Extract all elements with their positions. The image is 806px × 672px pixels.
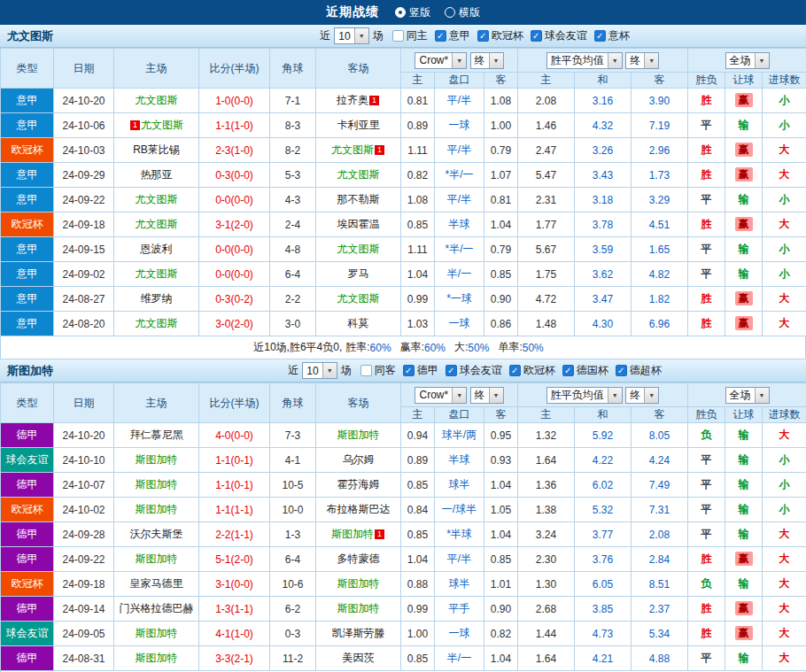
home-team-cell[interactable]: 皇家马德里 bbox=[114, 572, 199, 597]
away-team-cell[interactable]: 斯图加特 bbox=[316, 423, 401, 448]
home-team-cell[interactable]: 门兴格拉德巴赫 bbox=[114, 597, 199, 622]
score-cell[interactable]: 0-0(0-0) bbox=[199, 237, 270, 262]
league-filter-checkbox[interactable]: 球会友谊 bbox=[446, 363, 502, 378]
away-team-cell[interactable]: 斯图加特1 bbox=[316, 522, 401, 547]
league-filter-checkbox[interactable]: 同主 bbox=[392, 28, 428, 43]
away-team-cell[interactable]: 乌尔姆 bbox=[316, 448, 401, 473]
league-filter-checkbox[interactable]: 球会友谊 bbox=[531, 28, 587, 43]
home-team-cell[interactable]: 热那亚 bbox=[114, 163, 199, 188]
away-team-cell[interactable]: 布拉格斯巴达 bbox=[316, 498, 401, 522]
league-filter-checkbox[interactable]: 同客 bbox=[360, 363, 396, 378]
away-team-cell[interactable]: 凯泽斯劳滕 bbox=[316, 622, 401, 646]
score-cell[interactable]: 1-1(1-0) bbox=[199, 113, 270, 138]
away-team-cell[interactable]: 科莫 bbox=[316, 312, 401, 336]
score-cell[interactable]: 3-3(2-1) bbox=[199, 646, 270, 671]
away-team-cell[interactable]: 尤文图斯 bbox=[316, 287, 401, 312]
home-team-cell[interactable]: 斯图加特 bbox=[114, 473, 199, 498]
away-team-cell[interactable]: 尤文图斯 bbox=[316, 163, 401, 188]
away-team-cell[interactable]: 罗马 bbox=[316, 262, 401, 287]
league-filter-checkbox[interactable]: 德国杯 bbox=[562, 363, 608, 378]
score-cell[interactable]: 0-3(0-0) bbox=[199, 163, 270, 188]
away-team-cell[interactable]: 尤文图斯1 bbox=[316, 138, 401, 163]
score-cell[interactable]: 1-1(0-1) bbox=[199, 473, 270, 498]
score-cell[interactable]: 2-2(1-1) bbox=[199, 522, 270, 547]
home-team-cell[interactable]: 1尤文图斯 bbox=[114, 113, 199, 138]
away-team-cell[interactable]: 拉齐奥1 bbox=[316, 89, 401, 113]
home-team-cell[interactable]: 尤文图斯 bbox=[114, 312, 199, 336]
avg-time-select[interactable]: 终▼ bbox=[625, 387, 659, 404]
layout-radio[interactable]: 竖版 bbox=[395, 5, 430, 20]
home-team-cell[interactable]: 斯图加特 bbox=[114, 547, 199, 572]
score-cell[interactable]: 3-1(0-0) bbox=[199, 572, 270, 597]
home-team-cell[interactable]: 斯图加特 bbox=[114, 448, 199, 473]
competition-cell[interactable]: 意甲 bbox=[1, 89, 54, 113]
competition-cell[interactable]: 意甲 bbox=[1, 312, 54, 336]
home-team-cell[interactable]: 拜仁慕尼黑 bbox=[114, 423, 199, 448]
competition-cell[interactable]: 意甲 bbox=[1, 237, 54, 262]
competition-cell[interactable]: 意甲 bbox=[1, 113, 54, 138]
away-team-cell[interactable]: 斯图加特 bbox=[316, 597, 401, 622]
home-team-cell[interactable]: 尤文图斯 bbox=[114, 212, 199, 237]
score-cell[interactable]: 0-0(0-0) bbox=[199, 188, 270, 212]
competition-cell[interactable]: 意甲 bbox=[1, 163, 54, 188]
score-cell[interactable]: 1-1(1-1) bbox=[199, 498, 270, 522]
layout-radio[interactable]: 横版 bbox=[445, 5, 480, 20]
league-filter-checkbox[interactable]: 欧冠杯 bbox=[477, 28, 523, 43]
home-team-cell[interactable]: RB莱比锡 bbox=[114, 138, 199, 163]
avg-odds-select[interactable]: 胜平负均值▼ bbox=[546, 52, 623, 69]
competition-cell[interactable]: 欧冠杯 bbox=[1, 138, 54, 163]
league-filter-checkbox[interactable]: 欧冠杯 bbox=[509, 363, 555, 378]
home-team-cell[interactable]: 斯图加特 bbox=[114, 622, 199, 646]
away-team-cell[interactable]: 尤文图斯 bbox=[316, 237, 401, 262]
home-team-cell[interactable]: 斯图加特 bbox=[114, 498, 199, 522]
competition-cell[interactable]: 德甲 bbox=[1, 473, 54, 498]
home-team-cell[interactable]: 尤文图斯 bbox=[114, 89, 199, 113]
away-team-cell[interactable]: 埃因霍温 bbox=[316, 212, 401, 237]
away-team-cell[interactable]: 霍芬海姆 bbox=[316, 473, 401, 498]
score-cell[interactable]: 3-0(2-0) bbox=[199, 312, 270, 336]
competition-cell[interactable]: 欧冠杯 bbox=[1, 572, 54, 597]
games-count-select[interactable]: 10▼ bbox=[302, 362, 337, 379]
score-cell[interactable]: 1-0(0-0) bbox=[199, 89, 270, 113]
home-team-cell[interactable]: 尤文图斯 bbox=[114, 262, 199, 287]
score-cell[interactable]: 1-3(1-1) bbox=[199, 597, 270, 622]
scope-select[interactable]: 全场▼ bbox=[725, 387, 770, 404]
competition-cell[interactable]: 球会友谊 bbox=[1, 448, 54, 473]
away-team-cell[interactable]: 美因茨 bbox=[316, 646, 401, 671]
away-team-cell[interactable]: 那不勒斯 bbox=[316, 188, 401, 212]
competition-cell[interactable]: 德甲 bbox=[1, 547, 54, 572]
score-cell[interactable]: 4-0(0-0) bbox=[199, 423, 270, 448]
competition-cell[interactable]: 意甲 bbox=[1, 262, 54, 287]
score-cell[interactable]: 0-3(0-2) bbox=[199, 287, 270, 312]
score-cell[interactable]: 3-1(2-0) bbox=[199, 212, 270, 237]
home-team-cell[interactable]: 斯图加特 bbox=[114, 646, 199, 671]
league-filter-checkbox[interactable]: 德超杯 bbox=[616, 363, 662, 378]
away-team-cell[interactable]: 卡利亚里 bbox=[316, 113, 401, 138]
competition-cell[interactable]: 德甲 bbox=[1, 597, 54, 622]
away-team-cell[interactable]: 多特蒙德 bbox=[316, 547, 401, 572]
home-team-cell[interactable]: 尤文图斯 bbox=[114, 188, 199, 212]
competition-cell[interactable]: 意甲 bbox=[1, 188, 54, 212]
games-count-select[interactable]: 10▼ bbox=[334, 27, 368, 44]
avg-time-select[interactable]: 终▼ bbox=[625, 52, 659, 69]
score-cell[interactable]: 2-3(1-0) bbox=[199, 138, 270, 163]
odds-company-select[interactable]: Crow*▼ bbox=[415, 387, 467, 404]
league-filter-checkbox[interactable]: 意杯 bbox=[594, 28, 630, 43]
away-team-cell[interactable]: 斯图加特 bbox=[316, 572, 401, 597]
score-cell[interactable]: 0-0(0-0) bbox=[199, 262, 270, 287]
score-cell[interactable]: 5-1(2-0) bbox=[199, 547, 270, 572]
score-cell[interactable]: 1-1(0-1) bbox=[199, 448, 270, 473]
home-team-cell[interactable]: 维罗纳 bbox=[114, 287, 199, 312]
competition-cell[interactable]: 德甲 bbox=[1, 423, 54, 448]
home-team-cell[interactable]: 恩波利 bbox=[114, 237, 199, 262]
competition-cell[interactable]: 欧冠杯 bbox=[1, 498, 54, 522]
league-filter-checkbox[interactable]: 德甲 bbox=[403, 363, 438, 378]
competition-cell[interactable]: 德甲 bbox=[1, 646, 54, 671]
competition-cell[interactable]: 球会友谊 bbox=[1, 622, 54, 646]
odds-time-select[interactable]: 终▼ bbox=[470, 52, 504, 69]
competition-cell[interactable]: 意甲 bbox=[1, 287, 54, 312]
odds-time-select[interactable]: 终▼ bbox=[470, 387, 504, 404]
league-filter-checkbox[interactable]: 意甲 bbox=[435, 28, 470, 43]
score-cell[interactable]: 4-1(1-0) bbox=[199, 622, 270, 646]
competition-cell[interactable]: 德甲 bbox=[1, 522, 54, 547]
